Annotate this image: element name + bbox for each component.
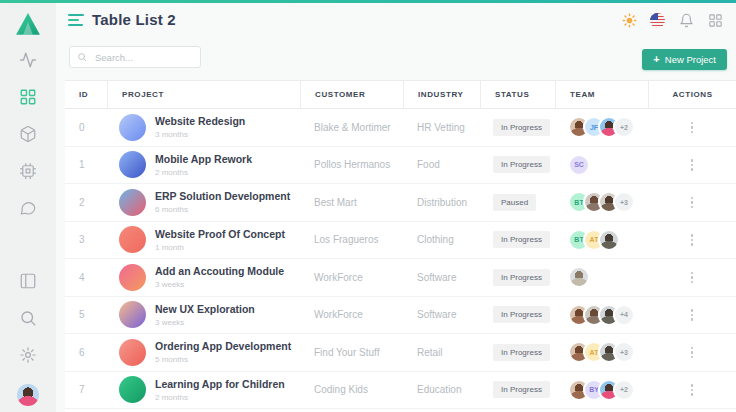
status-cell: In Progress [480, 269, 555, 286]
actions-cell [648, 118, 736, 138]
table-row[interactable]: 4 Add an Accouting Module 3 weeks WorkFo… [65, 259, 736, 297]
page-title: Table List 2 [92, 11, 176, 28]
row-actions-menu-icon[interactable] [687, 230, 698, 250]
layout-icon [19, 272, 37, 290]
status-badge: In Progress [493, 269, 550, 286]
app-logo[interactable] [15, 12, 41, 36]
search-input[interactable] [69, 46, 201, 68]
project-title: New UX Exploration [155, 303, 255, 316]
industry-cell: Clothing [403, 234, 480, 245]
actions-cell [648, 305, 736, 325]
sidebar-item-activity[interactable] [19, 51, 37, 69]
team-avatar-initials: SC [568, 154, 590, 176]
project-icon [119, 339, 146, 366]
project-duration: 1 month [155, 243, 285, 252]
row-actions-menu-icon[interactable] [687, 305, 698, 325]
toolbar: + New Project [56, 39, 736, 79]
sidebar-item-dashboard[interactable] [19, 88, 37, 106]
project-duration: 3 months [155, 130, 245, 139]
customer-cell: Best Mart [300, 197, 403, 208]
cpu-icon [19, 162, 37, 180]
status-badge: In Progress [493, 119, 550, 136]
table-row[interactable]: 1 Mobile App Rework 2 months Pollos Herm… [65, 147, 736, 185]
app-window: Table List 2 + New Project ID P [0, 0, 736, 412]
notifications-bell-icon[interactable] [678, 12, 694, 28]
menu-icon[interactable] [68, 14, 84, 26]
table-row[interactable]: 7 Learning App for Children 2 months Cod… [65, 372, 736, 410]
customer-cell: WorkForce [300, 309, 403, 320]
project-duration: 2 months [155, 393, 285, 402]
status-badge: In Progress [493, 381, 550, 398]
sidebar-item-products[interactable] [19, 125, 37, 143]
project-cell: New UX Exploration 3 weeks [107, 301, 300, 328]
box-icon [19, 125, 37, 143]
project-cell: Mobile App Rework 2 months [107, 151, 300, 178]
status-cell: In Progress [480, 344, 555, 361]
col-header-actions: ACTIONS [648, 81, 736, 108]
project-icon [119, 226, 146, 253]
actions-cell [648, 230, 736, 250]
activity-icon [19, 51, 37, 69]
row-actions-menu-icon[interactable] [687, 155, 698, 175]
team-avatars: AT+3 [555, 341, 648, 363]
project-icon [119, 189, 146, 216]
table-row[interactable]: 3 Website Proof Of Concept 1 month Los F… [65, 222, 736, 260]
logo-triangle-icon [15, 12, 41, 36]
customer-cell: Find Your Stuff [300, 347, 403, 358]
row-actions-menu-icon[interactable] [687, 268, 698, 288]
apps-grid-icon[interactable] [707, 12, 723, 28]
sidebar-item-system[interactable] [19, 162, 37, 180]
table-row[interactable]: 5 New UX Exploration 3 weeks WorkForce S… [65, 297, 736, 335]
row-actions-menu-icon[interactable] [687, 193, 698, 213]
team-avatars: +4 [555, 304, 648, 326]
projects-table: ID PROJECT CUSTOMER INDUSTRY STATUS TEAM… [65, 80, 736, 412]
project-cell: Add an Accouting Module 3 weeks [107, 264, 300, 291]
team-avatars: BY+2 [555, 379, 648, 401]
team-avatar-more: +4 [613, 304, 635, 326]
col-header-status: STATUS [480, 81, 555, 108]
plus-icon: + [653, 54, 659, 65]
row-actions-menu-icon[interactable] [687, 343, 698, 363]
table-row[interactable]: 0 Website Redesign 3 months Blake & Mort… [65, 109, 736, 147]
table-row[interactable]: 6 Ordering App Development 5 months Find… [65, 334, 736, 372]
row-actions-menu-icon[interactable] [687, 118, 698, 138]
project-title: ERP Solution Development [155, 190, 290, 203]
project-title: Website Proof Of Concept [155, 228, 285, 241]
project-duration: 6 months [155, 205, 290, 214]
col-header-team: TEAM [555, 81, 648, 108]
language-flag-us-icon[interactable] [650, 13, 665, 28]
status-cell: In Progress [480, 156, 555, 173]
team-avatars: BT+3 [555, 191, 648, 213]
theme-sun-icon[interactable] [621, 12, 637, 28]
row-id: 3 [65, 234, 107, 245]
actions-cell [648, 193, 736, 213]
row-id: 4 [65, 272, 107, 283]
team-avatars: JF+2 [555, 116, 648, 138]
settings-gear-icon [19, 346, 37, 364]
project-duration: 3 weeks [155, 280, 284, 289]
row-id: 6 [65, 347, 107, 358]
status-badge: In Progress [493, 306, 550, 323]
project-icon [119, 151, 146, 178]
sidebar-item-search[interactable] [19, 309, 37, 327]
table-body: 0 Website Redesign 3 months Blake & Mort… [65, 109, 736, 409]
status-cell: In Progress [480, 231, 555, 248]
sidebar-item-settings[interactable] [19, 346, 37, 364]
actions-cell [648, 343, 736, 363]
new-project-button[interactable]: + New Project [642, 49, 727, 70]
project-cell: ERP Solution Development 6 months [107, 189, 300, 216]
table-row[interactable]: 2 ERP Solution Development 6 months Best… [65, 184, 736, 222]
status-cell: In Progress [480, 306, 555, 323]
user-profile-avatar[interactable] [17, 384, 39, 406]
col-header-customer: CUSTOMER [300, 81, 403, 108]
team-avatar-photo [568, 266, 590, 288]
status-badge: Paused [493, 194, 536, 211]
sidebar-item-pages[interactable] [19, 272, 37, 290]
status-badge: In Progress [493, 344, 550, 361]
team-avatars: BTAT [555, 229, 648, 251]
row-actions-menu-icon[interactable] [687, 380, 698, 400]
industry-cell: Food [403, 159, 480, 170]
header-icons [621, 12, 723, 28]
sidebar-item-messages[interactable] [19, 199, 37, 217]
dashboard-grid-icon [19, 88, 37, 106]
